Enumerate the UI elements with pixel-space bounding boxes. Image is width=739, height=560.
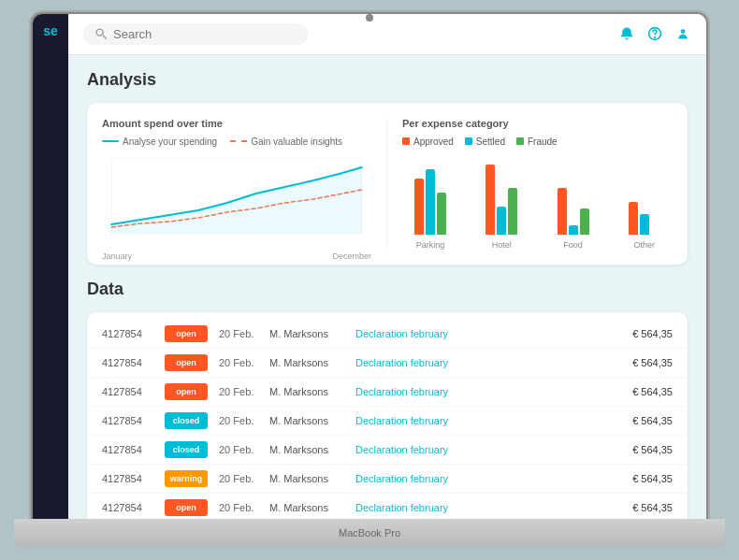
- bar-food-settled: [569, 225, 578, 235]
- status-badge: open: [165, 325, 208, 342]
- camera-notch: [366, 14, 373, 22]
- sidebar: se: [33, 14, 68, 519]
- row-name: M. Marksons: [269, 357, 344, 368]
- laptop-model-label: MacBook Pro: [339, 527, 400, 538]
- row-id: 4127854: [102, 328, 153, 339]
- row-id: 4127854: [102, 444, 153, 455]
- row-name: M. Marksons: [269, 502, 344, 513]
- legend-approved-label: Approved: [413, 136, 454, 147]
- bar-group-food: Food: [545, 160, 601, 250]
- table-row: 4127854 closed 20 Feb. M. Marksons Decla…: [87, 407, 688, 436]
- svg-point-3: [655, 37, 656, 38]
- row-amount: € 564,35: [612, 415, 673, 426]
- row-desc: Declaration february: [355, 444, 601, 455]
- spend-chart-title: Amount spend over time: [102, 118, 371, 129]
- row-id: 4127854: [102, 386, 153, 397]
- main-content: Analysis Amount spend over time Analyse …: [68, 14, 706, 519]
- row-desc: Declaration february: [355, 415, 601, 426]
- help-icon[interactable]: [646, 25, 663, 42]
- chart-x-start: January: [102, 251, 132, 261]
- bars-parking: [414, 160, 446, 235]
- row-id: 4127854: [102, 473, 153, 484]
- table-row: 4127854 open 20 Feb. M. Marksons Declara…: [87, 320, 688, 349]
- row-date: 20 Feb.: [219, 502, 258, 513]
- row-amount: € 564,35: [612, 328, 673, 339]
- analysis-card: Amount spend over time Analyse your spen…: [87, 103, 688, 265]
- bar-parking-fraude: [437, 193, 446, 235]
- bar-group-other: Other: [616, 160, 673, 250]
- header-icons: [618, 25, 691, 42]
- bar-parking-approved: [414, 179, 424, 235]
- row-id: 4127854: [102, 502, 153, 513]
- bar-other-settled: [640, 214, 649, 235]
- row-name: M. Marksons: [269, 444, 344, 455]
- search-input[interactable]: [113, 27, 282, 41]
- data-section: Data 4127854 open 20 Feb. M. Marksons De…: [87, 280, 688, 519]
- svg-line-1: [103, 36, 107, 39]
- row-desc: Declaration february: [355, 357, 601, 368]
- row-amount: € 564,35: [612, 357, 673, 368]
- row-amount: € 564,35: [612, 473, 673, 484]
- row-name: M. Marksons: [269, 328, 344, 339]
- line-chart: January December: [102, 154, 371, 248]
- bar-label-hotel: Hotel: [492, 240, 512, 250]
- row-name: M. Marksons: [269, 386, 344, 397]
- bar-group-hotel: Hotel: [473, 160, 529, 250]
- legend-line-cyan: [102, 140, 119, 142]
- analysis-grid: Amount spend over time Analyse your spen…: [102, 118, 673, 250]
- row-date: 20 Feb.: [219, 444, 258, 455]
- legend-settled: Settled: [465, 136, 505, 147]
- app-container: se: [33, 14, 706, 519]
- legend-dot-approved: [402, 137, 410, 145]
- row-desc: Declaration february: [355, 328, 601, 339]
- table-row: 4127854 open 20 Feb. M. Marksons Declara…: [87, 494, 688, 519]
- bar-food-fraude: [580, 208, 589, 235]
- bar-label-parking: Parking: [416, 240, 445, 250]
- search-container[interactable]: [83, 23, 308, 45]
- header: [68, 14, 706, 55]
- legend-dot-settled: [465, 137, 472, 145]
- page-content: Analysis Amount spend over time Analyse …: [68, 55, 706, 519]
- legend-settled-label: Settled: [476, 136, 505, 147]
- bar-food-approved: [558, 188, 567, 235]
- table-row: 4127854 open 20 Feb. M. Marksons Declara…: [87, 349, 688, 378]
- legend-fraude-label: Fraude: [528, 136, 558, 147]
- analysis-title: Analysis: [87, 70, 688, 90]
- status-badge: open: [165, 499, 208, 516]
- status-badge: closed: [165, 441, 208, 458]
- row-id: 4127854: [102, 357, 153, 368]
- bar-legend: Approved Settled Fraude: [402, 136, 673, 147]
- bars-hotel: [485, 160, 517, 235]
- row-desc: Declaration february: [355, 502, 601, 513]
- bars-other: [629, 160, 660, 235]
- status-badge: warning: [165, 470, 208, 487]
- legend-approved: Approved: [402, 136, 454, 147]
- table-row: 4127854 open 20 Feb. M. Marksons Declara…: [87, 378, 688, 407]
- notification-icon[interactable]: [618, 25, 635, 42]
- bar-hotel-approved: [485, 165, 495, 235]
- user-icon[interactable]: [674, 25, 691, 42]
- row-name: M. Marksons: [269, 473, 344, 484]
- bar-groups: Parking Hote: [402, 156, 673, 250]
- row-date: 20 Feb.: [219, 415, 258, 426]
- row-date: 20 Feb.: [219, 473, 258, 484]
- row-amount: € 564,35: [612, 444, 673, 455]
- bar-parking-settled: [426, 169, 435, 235]
- table-row: 4127854 closed 20 Feb. M. Marksons Decla…: [87, 436, 688, 465]
- table-row: 4127854 warning 20 Feb. M. Marksons Decl…: [87, 465, 688, 494]
- spend-chart-legend: Analyse your spending Gain valuable insi…: [102, 136, 371, 147]
- row-id: 4127854: [102, 415, 153, 426]
- status-badge: open: [165, 354, 208, 371]
- sidebar-logo: se: [43, 23, 58, 38]
- legend-gain-label: Gain valuable insights: [251, 136, 342, 147]
- spend-chart: Amount spend over time Analyse your spen…: [102, 118, 387, 250]
- legend-line-orange: [230, 140, 247, 142]
- bar-group-parking: Parking: [402, 160, 458, 250]
- bars-food: [558, 160, 589, 235]
- row-desc: Declaration february: [355, 386, 601, 397]
- line-chart-svg: [102, 154, 371, 248]
- row-amount: € 564,35: [612, 386, 673, 397]
- category-chart-title: Per expense category: [402, 118, 673, 129]
- row-desc: Declaration february: [355, 473, 601, 484]
- svg-point-0: [96, 29, 103, 36]
